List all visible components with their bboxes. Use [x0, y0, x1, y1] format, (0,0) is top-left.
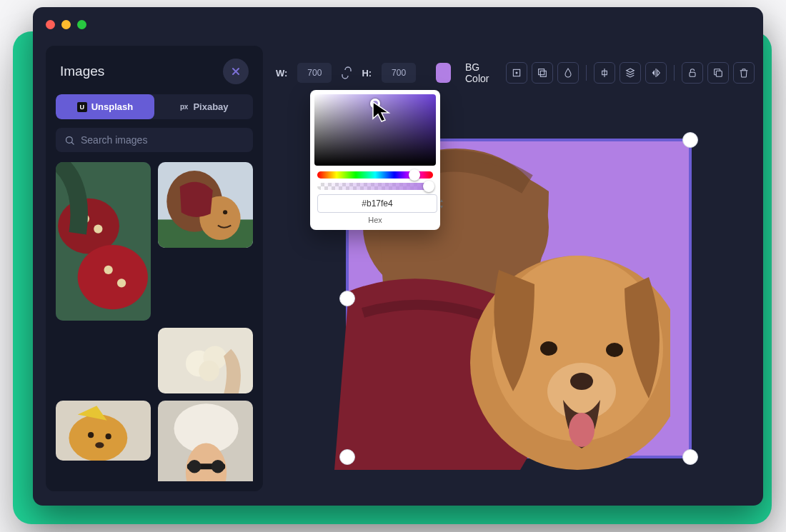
- tab-pixabay[interactable]: px Pixabay: [154, 94, 253, 119]
- resize-handle-mid-left[interactable]: [339, 291, 355, 306]
- unlock-icon: [687, 67, 698, 79]
- tab-unsplash[interactable]: U Unsplash: [56, 94, 154, 119]
- window-controls: [46, 20, 86, 29]
- gallery-thumb[interactable]: [56, 401, 151, 461]
- images-panel-close-button[interactable]: [223, 59, 249, 84]
- hue-knob[interactable]: [409, 169, 420, 181]
- align-center-icon: [599, 67, 610, 79]
- search-input[interactable]: [81, 134, 244, 146]
- svg-point-20: [106, 433, 111, 439]
- width-label: W:: [276, 68, 287, 79]
- height-input[interactable]: [382, 63, 416, 83]
- format-stepper[interactable]: ▴ ▾: [440, 197, 443, 210]
- svg-point-18: [69, 414, 127, 461]
- chevron-up-icon: ▴: [440, 197, 443, 204]
- app-window: Images U Unsplash px Pixabay: [33, 7, 763, 506]
- unsplash-icon: U: [77, 102, 87, 112]
- resize-handle-bottom-right[interactable]: [682, 449, 698, 465]
- svg-point-44: [540, 341, 557, 356]
- images-panel-header: Images: [56, 56, 253, 94]
- image-source-tabs: U Unsplash px Pixabay: [56, 94, 253, 119]
- hue-slider[interactable]: [317, 171, 433, 179]
- svg-point-19: [88, 432, 94, 438]
- flip-button[interactable]: [645, 62, 667, 84]
- alpha-slider[interactable]: [317, 183, 433, 190]
- gallery-thumb[interactable]: [158, 328, 253, 393]
- bg-color-swatch[interactable]: [436, 63, 451, 83]
- opacity-button[interactable]: [557, 62, 579, 84]
- window-zoom-dot[interactable]: [77, 20, 86, 29]
- delete-button[interactable]: [733, 62, 755, 84]
- svg-point-21: [95, 442, 104, 448]
- tab-label: Unsplash: [91, 101, 134, 112]
- svg-point-16: [199, 361, 219, 381]
- chevron-down-icon: ▾: [440, 204, 443, 210]
- gallery-thumb[interactable]: [56, 162, 151, 321]
- gallery-thumb[interactable]: [158, 162, 253, 248]
- svg-point-6: [104, 266, 113, 274]
- saturation-value-area[interactable]: [314, 94, 436, 166]
- tool-group: [506, 62, 755, 84]
- hex-input[interactable]: [317, 194, 437, 213]
- gallery-thumb[interactable]: [158, 401, 253, 481]
- svg-point-46: [547, 363, 616, 420]
- svg-rect-39: [690, 72, 695, 76]
- copy-icon: [712, 67, 724, 79]
- svg-point-7: [117, 278, 126, 287]
- svg-point-47: [570, 373, 593, 390]
- svg-point-5: [94, 224, 102, 233]
- pixabay-icon: px: [179, 102, 189, 112]
- search-icon: [64, 135, 75, 146]
- trash-icon: [738, 67, 750, 79]
- svg-rect-37: [540, 71, 546, 76]
- toolbar-separator: [674, 65, 675, 81]
- height-label: H:: [362, 68, 372, 79]
- image-search[interactable]: [56, 128, 253, 152]
- window-close-dot[interactable]: [46, 20, 55, 29]
- svg-rect-40: [716, 71, 722, 76]
- bg-color-label: BG Color: [465, 61, 496, 84]
- alpha-knob[interactable]: [423, 181, 434, 192]
- svg-point-3: [78, 245, 148, 309]
- crop-button[interactable]: [506, 62, 527, 84]
- stack-button[interactable]: [620, 62, 641, 84]
- svg-point-27: [212, 460, 224, 473]
- link-icon: [342, 66, 352, 80]
- layers-button[interactable]: [532, 62, 553, 84]
- resize-handle-top-right[interactable]: [682, 132, 698, 148]
- crop-icon: [511, 67, 522, 79]
- toolbar-separator: [586, 65, 587, 81]
- svg-point-48: [569, 413, 595, 447]
- resize-handle-bottom-left[interactable]: [339, 449, 355, 465]
- window-minimize-dot[interactable]: [61, 20, 71, 29]
- flip-icon: [650, 67, 662, 79]
- images-panel: Images U Unsplash px Pixabay: [46, 46, 263, 491]
- sv-handle[interactable]: [370, 99, 380, 109]
- align-center-button[interactable]: [594, 62, 615, 84]
- svg-point-45: [606, 343, 623, 357]
- stack-icon: [625, 67, 636, 79]
- link-dimensions-button[interactable]: [342, 66, 352, 80]
- canvas-toolbar: W: H: BG Color: [276, 60, 755, 86]
- close-icon: [230, 66, 242, 77]
- duplicate-button[interactable]: [707, 62, 729, 84]
- svg-rect-36: [539, 69, 544, 75]
- svg-point-0: [66, 136, 73, 143]
- svg-point-12: [223, 210, 227, 214]
- droplet-icon: [562, 67, 574, 79]
- svg-point-26: [188, 460, 201, 473]
- images-panel-title: Images: [60, 64, 104, 79]
- width-input[interactable]: [297, 63, 332, 83]
- tab-label: Pixabay: [193, 101, 228, 112]
- format-label: Hex: [314, 216, 436, 224]
- layers-icon: [537, 67, 548, 79]
- lock-button[interactable]: [682, 62, 703, 84]
- svg-point-35: [516, 72, 517, 74]
- color-picker-popover: ▴ ▾ Hex: [310, 90, 440, 230]
- image-gallery: [56, 162, 253, 481]
